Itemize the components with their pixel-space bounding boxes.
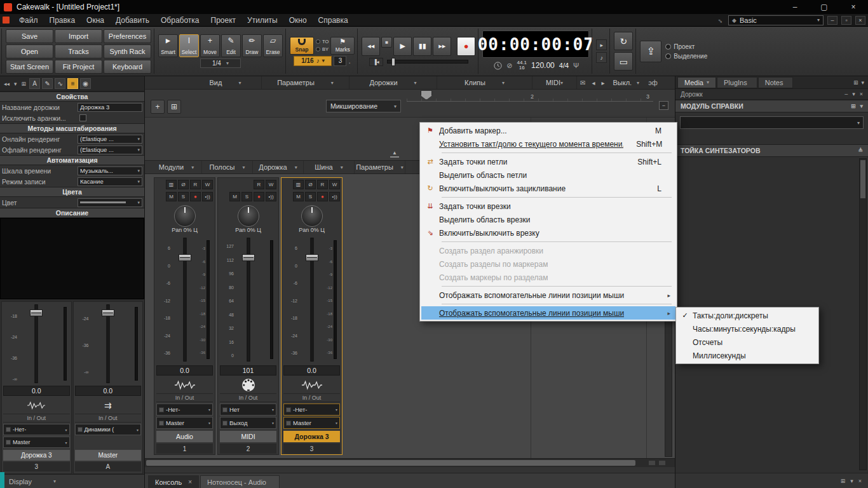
expand-window-icon[interactable]: ⇔: [715, 15, 726, 25]
snap-button[interactable]: Snap: [290, 37, 314, 55]
mdi-window-button[interactable]: ×: [855, 16, 865, 25]
duplicate-track-button[interactable]: ⊞: [167, 100, 181, 114]
strip-button[interactable]: Ø: [305, 180, 316, 189]
input-dropdown[interactable]: Динамики (▾: [75, 424, 142, 435]
color-dropdown[interactable]: ▾: [78, 198, 142, 207]
toolbar-button[interactable]: Keyboard: [104, 60, 151, 74]
step-record-button[interactable]: ♪: [596, 52, 607, 63]
context-menu-item[interactable]: Отображать вспомогательные линии позиции…: [421, 306, 675, 320]
strip-button[interactable]: ●: [190, 192, 201, 201]
volume-fader[interactable]: [179, 254, 191, 261]
browser-tab[interactable]: PlugIns: [717, 77, 757, 88]
strip-button[interactable]: •)): [266, 192, 276, 201]
timebase-dropdown[interactable]: Музыкаль...▾: [78, 166, 142, 175]
toolbar-button[interactable]: Save: [6, 29, 53, 43]
play-button[interactable]: ▶: [393, 37, 412, 56]
add-track-button[interactable]: +: [151, 100, 165, 114]
menu-item[interactable]: Правка: [44, 14, 81, 26]
strip-button[interactable]: S: [305, 192, 316, 201]
online-render-dropdown[interactable]: (Elastique ...▾: [78, 135, 142, 144]
context-menu-item[interactable]: ⚑ Добавить маркер... M: [421, 124, 675, 137]
forward-button[interactable]: ▸▸: [433, 37, 451, 56]
toolbar-button[interactable]: Start Screen: [6, 60, 53, 74]
volume-value[interactable]: 0.0: [283, 365, 340, 376]
close-button[interactable]: ×: [839, 0, 868, 14]
console-menu[interactable]: Шина▾: [304, 161, 355, 173]
strip-name[interactable]: Audio: [156, 431, 213, 442]
strip-button[interactable]: R: [317, 180, 328, 189]
strip-button[interactable]: W: [329, 180, 340, 189]
loop-button[interactable]: ↻: [614, 32, 633, 50]
inspector-nav-icon[interactable]: ◂◂: [3, 81, 11, 87]
exclude-checkbox[interactable]: [79, 114, 86, 121]
snap-to-option[interactable]: TO: [316, 39, 329, 44]
inspector-nav-icon[interactable]: ⊞: [20, 81, 28, 87]
toolbar-button[interactable]: Tracks: [55, 44, 102, 58]
toolbar-button[interactable]: Import: [55, 29, 102, 43]
time-ruler[interactable]: 1 2 3: [407, 92, 653, 102]
strip-button[interactable]: ▥: [293, 180, 304, 189]
mdi-window-button[interactable]: –: [827, 16, 837, 25]
submenu-item[interactable]: Часы:минуты:секунды:кадры: [677, 322, 817, 336]
zoom-out-button[interactable]: [648, 460, 656, 466]
volume-value[interactable]: 101: [220, 365, 276, 376]
track-name-input[interactable]: Дорожка 3: [78, 103, 142, 112]
input-dropdown[interactable]: -Нет-▾: [3, 424, 70, 435]
duration-dropdown[interactable]: 1/4 ▾: [200, 58, 241, 68]
volume-value[interactable]: 0.0: [156, 365, 213, 376]
view-menu[interactable]: Параметры▾: [262, 76, 349, 89]
envelope-icon[interactable]: ✉: [580, 79, 585, 86]
output-dropdown[interactable]: Master▾: [283, 417, 340, 429]
scrollbar-thumb[interactable]: [860, 160, 865, 198]
inspector-view-tab[interactable]: ∿: [55, 78, 65, 89]
snap-count-value[interactable]: 3: [334, 56, 346, 66]
snap-by-option[interactable]: BY: [316, 46, 329, 52]
close-icon[interactable]: ×: [188, 478, 192, 485]
strip-button[interactable]: •)): [202, 192, 213, 201]
record-button[interactable]: ●: [457, 37, 475, 56]
inspector-view-tab[interactable]: A: [29, 78, 40, 89]
export-option[interactable]: Выделение: [665, 53, 707, 60]
pan-knob[interactable]: [238, 205, 259, 227]
volume-fader[interactable]: [102, 309, 114, 316]
snap-resolution-dropdown[interactable]: 1/16 ♪ ▾: [294, 56, 332, 66]
context-menu-item[interactable]: [442, 286, 672, 287]
record-mode-dropdown[interactable]: Касание▾: [78, 177, 142, 186]
view-tab[interactable]: Консоль ×: [148, 475, 199, 488]
submenu-item[interactable]: ✓ Такты:доли:дискреты: [677, 309, 817, 322]
maximize-button[interactable]: ▢: [810, 0, 839, 14]
context-menu-item[interactable]: Установить такт/долю с текущего момента …: [421, 137, 675, 151]
volume-fader[interactable]: [306, 254, 318, 261]
time-display[interactable]: 00:00:00:07: [482, 30, 589, 58]
mdi-window-button[interactable]: ▫: [841, 16, 851, 25]
strip-button[interactable]: Ø: [178, 180, 189, 189]
zoom-in-button[interactable]: [658, 460, 666, 466]
context-menu-item[interactable]: ⇊ Задать точки врезки: [421, 200, 675, 213]
context-menu-item[interactable]: [442, 241, 672, 242]
strip-button[interactable]: S: [241, 192, 252, 201]
description-box[interactable]: [0, 218, 144, 299]
close-icon[interactable]: ×: [858, 478, 862, 484]
context-menu-item[interactable]: Создать раздел аранжировки: [421, 244, 675, 257]
menu-item[interactable]: Обработка: [155, 14, 205, 26]
context-menu-item[interactable]: ⇄ Задать точки петли Shift+L: [421, 155, 675, 168]
tool-button[interactable]: ✎ Edit: [221, 34, 241, 57]
menu-item[interactable]: Окна: [81, 14, 110, 26]
strip-button[interactable]: S: [178, 192, 189, 201]
strip-button[interactable]: M: [229, 192, 240, 201]
view-menu[interactable]: Вид▾: [189, 76, 262, 89]
output-dropdown[interactable]: Master▾: [3, 437, 70, 448]
expand-tracks-icon[interactable]: ▲: [390, 150, 399, 158]
step-play-button[interactable]: ▸: [596, 39, 607, 50]
tool-button[interactable]: + Move: [200, 34, 220, 57]
chevron-down-icon[interactable]: ▾: [860, 103, 863, 109]
input-dropdown[interactable]: -Нет-▾: [283, 403, 340, 416]
dock-menu-icon[interactable]: ⊞: [853, 79, 858, 86]
context-menu-item[interactable]: Создать разделы по маркерам: [421, 257, 675, 271]
display-dropdown[interactable]: Display ▾: [0, 474, 144, 488]
dock-icon[interactable]: ⊞: [841, 478, 846, 484]
context-menu-item[interactable]: Выделить область петли: [421, 168, 675, 182]
bit-depth-value[interactable]: 16: [517, 65, 527, 71]
volume-fader[interactable]: [242, 254, 255, 261]
context-menu-item[interactable]: ⇘ Включить/выключить врезку: [421, 226, 675, 240]
